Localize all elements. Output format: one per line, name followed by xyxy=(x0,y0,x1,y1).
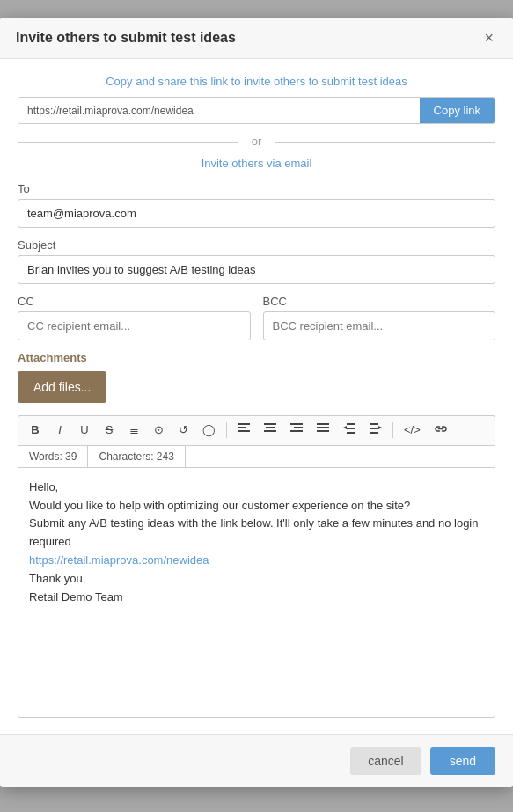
toolbar-separator-2 xyxy=(392,422,393,438)
cc-bcc-row: CC BCC xyxy=(18,295,495,340)
editor-line4: Thank you, xyxy=(29,570,484,589)
svg-rect-16 xyxy=(347,423,355,425)
svg-rect-12 xyxy=(317,423,329,425)
cc-field: CC xyxy=(18,295,251,340)
svg-rect-5 xyxy=(266,427,275,428)
attachments-label: Attachments xyxy=(18,351,495,364)
justify-button[interactable] xyxy=(311,420,335,442)
svg-rect-23 xyxy=(370,432,378,434)
invite-email-label: Invite others via email xyxy=(18,157,495,170)
svg-marker-17 xyxy=(343,426,347,429)
subject-field: Subject xyxy=(18,238,495,284)
bcc-label: BCC xyxy=(263,295,496,308)
svg-rect-0 xyxy=(238,423,250,425)
align-left-button[interactable] xyxy=(231,420,256,442)
svg-rect-19 xyxy=(347,432,355,434)
cancel-button[interactable]: cancel xyxy=(350,747,421,775)
code-button[interactable]: </> xyxy=(398,420,427,442)
bcc-field: BCC xyxy=(263,295,496,340)
modal-title: Invite others to submit test ideas xyxy=(16,30,236,46)
editor-line1: Hello, xyxy=(29,479,484,497)
ordered-list-button[interactable]: ⊙ xyxy=(147,420,170,442)
add-files-button[interactable]: Add files... xyxy=(18,371,106,403)
send-button[interactable]: send xyxy=(430,747,495,775)
modal-footer: cancel send xyxy=(0,734,513,787)
cc-input[interactable] xyxy=(18,311,251,340)
link-section: Copy and share this link to invite other… xyxy=(18,75,495,124)
to-input[interactable] xyxy=(18,199,495,228)
copy-link-button[interactable]: Copy link xyxy=(420,98,495,123)
bullet-list-button[interactable]: ≣ xyxy=(122,420,145,442)
svg-rect-1 xyxy=(238,427,246,428)
cc-label: CC xyxy=(18,295,251,308)
to-label: To xyxy=(18,182,495,195)
indent-less-button[interactable] xyxy=(337,420,362,442)
attachments-section: Attachments Add files... xyxy=(18,351,495,415)
svg-rect-4 xyxy=(264,423,276,425)
link-description: Copy and share this link to invite other… xyxy=(18,75,495,88)
to-field: To xyxy=(18,182,495,228)
svg-marker-21 xyxy=(378,426,382,429)
editor-area[interactable]: Hello, Would you like to help with optim… xyxy=(18,467,495,718)
editor-stats: Words: 39 Characters: 243 xyxy=(18,445,495,467)
modal-body: Copy and share this link to invite other… xyxy=(0,59,513,734)
svg-rect-20 xyxy=(370,423,378,425)
char-count: Characters: 243 xyxy=(88,446,185,467)
link-input[interactable] xyxy=(18,98,420,123)
editor-link[interactable]: https://retail.miaprova.com/newidea xyxy=(29,553,209,567)
modal-header: Invite others to submit test ideas × xyxy=(0,18,513,59)
svg-rect-10 xyxy=(290,430,303,432)
svg-rect-14 xyxy=(317,430,329,432)
close-button[interactable]: × xyxy=(480,30,497,46)
svg-rect-22 xyxy=(370,428,378,429)
svg-rect-2 xyxy=(238,430,250,432)
svg-rect-13 xyxy=(317,427,329,428)
svg-rect-18 xyxy=(347,428,355,429)
undo-button[interactable]: ↺ xyxy=(172,420,194,442)
editor-line3: Submit any A/B testing ideas with the li… xyxy=(29,515,484,552)
svg-rect-8 xyxy=(290,423,303,425)
word-count: Words: 39 xyxy=(18,446,88,467)
italic-button[interactable]: I xyxy=(48,420,71,442)
align-center-button[interactable] xyxy=(258,420,282,442)
link-input-row: Copy link xyxy=(18,97,495,124)
bold-button[interactable]: B xyxy=(24,420,47,442)
toolbar-separator xyxy=(226,422,227,438)
svg-rect-9 xyxy=(294,427,303,428)
subject-input[interactable] xyxy=(18,255,495,284)
indent-more-button[interactable] xyxy=(363,420,388,442)
editor-line2: Would you like to help with optimizing o… xyxy=(29,497,484,516)
invite-modal: Invite others to submit test ideas × Cop… xyxy=(0,18,513,787)
strikethrough-button[interactable]: S xyxy=(98,420,121,442)
block-button[interactable]: ◯ xyxy=(196,420,222,442)
align-right-button[interactable] xyxy=(284,420,309,442)
editor-line5: Retail Demo Team xyxy=(29,589,484,607)
editor-toolbar: B I U S ≣ ⊙ ↺ ◯ xyxy=(18,415,495,445)
bcc-input[interactable] xyxy=(263,311,496,340)
or-divider: or xyxy=(18,135,495,148)
link-button[interactable] xyxy=(429,420,453,442)
subject-label: Subject xyxy=(18,238,495,252)
underline-button[interactable]: U xyxy=(73,420,96,442)
svg-rect-6 xyxy=(264,430,276,432)
